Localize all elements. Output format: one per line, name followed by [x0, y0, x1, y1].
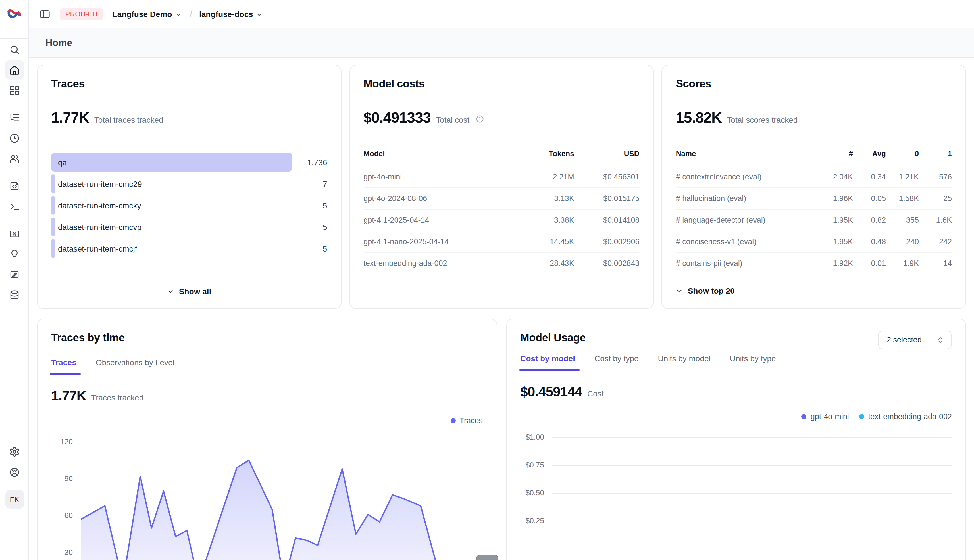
bar-zone: dataset-run-item-cmcky [51, 196, 292, 215]
sidebar-toggle-button[interactable] [38, 7, 52, 21]
org-switcher[interactable]: Langfuse Demo [112, 9, 182, 18]
cell-zero: 240 [886, 237, 919, 246]
sidebar-item-home[interactable] [4, 60, 24, 80]
legend-label: gpt-4o-mini [810, 412, 849, 421]
sidebar-item-settings[interactable] [5, 442, 24, 461]
bar-label: qa [58, 153, 67, 172]
table-row[interactable]: gpt-4.1-nano-2025-04-1414.45K$0.002906 [363, 231, 639, 253]
table-row[interactable]: text-embedding-ada-00228.43K$0.002843 [363, 253, 639, 274]
bar-value: 5 [292, 244, 327, 253]
chevron-down-icon [676, 287, 683, 295]
table-row[interactable]: gpt-4o-2024-08-063.13K$0.015175 [363, 188, 639, 210]
legend-dot [802, 414, 807, 419]
table-row[interactable]: gpt-4o-mini2.21M$0.456301 [363, 167, 639, 188]
trace-bar-row[interactable]: qa1,736 [51, 153, 327, 172]
legend-text-embedding-ada-002: text-embedding-ada-002 [859, 412, 952, 421]
tab-observations-by-level[interactable]: Observations by Level [96, 358, 174, 374]
users-icon [9, 153, 20, 164]
sidebar-item-database[interactable] [4, 285, 24, 304]
trace-bar-row[interactable]: dataset-run-item-cmcvp5 [51, 218, 327, 236]
lightbulb-icon [9, 248, 20, 259]
trace-bar-row[interactable]: dataset-run-item-cmcky5 [51, 196, 327, 215]
bar-fill [51, 174, 55, 193]
langfuse-logo[interactable] [0, 0, 28, 28]
card-title: Traces [51, 78, 327, 90]
model-usage-card: Model Usage 2 selected Cost by model Cos… [506, 318, 966, 560]
scores-rows: # contextrelevance (eval)2.04K0.341.21K5… [676, 167, 952, 274]
project-name: langfuse-docs [199, 9, 253, 18]
tab-units-by-type[interactable]: Units by type [730, 354, 776, 370]
tab-cost-by-model[interactable]: Cost by model [520, 354, 575, 370]
cell-tokens: 3.13K [515, 194, 574, 203]
y-axis-tick: 30 [51, 548, 73, 557]
page-title: Home [45, 37, 72, 48]
trace-bar-row[interactable]: dataset-run-item-cmc297 [51, 174, 327, 193]
cell-usd: $0.015175 [574, 194, 640, 203]
cell-model: gpt-4.1-2025-04-14 [363, 216, 514, 224]
table-row[interactable]: # conciseness-v1 (eval)1.95K0.48240242 [676, 231, 952, 253]
total-cost-label: Total cost [436, 115, 469, 124]
traces-by-time-card: Traces by time Traces Observations by Le… [37, 318, 497, 560]
tab-units-by-model[interactable]: Units by model [658, 354, 711, 370]
panel-left-icon [39, 8, 50, 20]
scores-table: Name # Avg 0 1 # contextrelevance (eval)… [676, 149, 952, 274]
tab-cost-by-type[interactable]: Cost by type [595, 354, 639, 370]
cell-name: # contextrelevance (eval) [676, 173, 820, 181]
card-title: Traces by time [51, 332, 483, 344]
model-select-dropdown[interactable]: 2 selected [878, 330, 952, 349]
user-avatar[interactable]: FK [5, 490, 24, 509]
breadcrumb-separator: / [190, 8, 192, 20]
search-icon [9, 44, 20, 55]
sidebar-item-tracing[interactable] [4, 108, 24, 127]
trace-bar-row[interactable]: dataset-run-item-cmcjf5 [51, 239, 327, 258]
sidebar-item-support[interactable] [5, 462, 24, 482]
cell-count: 2.04K [820, 173, 853, 181]
traces-by-time-tabs: Traces Observations by Level [51, 358, 483, 374]
traces-card: Traces 1.77K Total traces tracked qa1,73… [37, 65, 341, 309]
chevron-down-icon [175, 11, 182, 18]
col-one: 1 [919, 149, 952, 158]
sidebar-item-playground[interactable] [4, 197, 24, 216]
terminal-icon [9, 201, 20, 212]
col-usd: USD [574, 149, 640, 158]
lifebuoy-icon [9, 467, 20, 477]
table-row[interactable]: # language-detector (eval)1.95K0.823551.… [676, 210, 952, 231]
cell-avg: 0.01 [853, 259, 886, 268]
org-name: Langfuse Demo [112, 9, 172, 18]
table-header: Model Tokens USD [363, 149, 639, 167]
table-row[interactable]: # hallucination (eval)1.96K0.051.58K25 [676, 188, 952, 210]
show-all-button[interactable]: Show all [167, 287, 211, 296]
table-row[interactable]: # contextrelevance (eval)2.04K0.341.21K5… [676, 167, 952, 188]
sidebar-item-dashboards[interactable] [4, 81, 24, 100]
sidebar-item-annotation[interactable] [4, 244, 24, 263]
table-row[interactable]: # contains-pii (eval)1.92K0.011.9K14 [676, 253, 952, 274]
cell-usd: $0.456301 [574, 173, 640, 181]
bar-label: dataset-run-item-cmcjf [58, 239, 137, 258]
project-switcher[interactable]: langfuse-docs [199, 9, 263, 18]
topbar: PROD-EU Langfuse Demo / langfuse-docs [29, 0, 974, 28]
sidebar-item-datasets[interactable] [4, 265, 24, 284]
legend-traces: Traces [450, 416, 483, 425]
horizontal-scrollbar-thumb[interactable] [476, 555, 498, 560]
bar-label: dataset-run-item-cmcvp [58, 218, 142, 236]
sidebar-item-evaluation[interactable] [4, 224, 24, 243]
cell-usd: $0.002906 [574, 237, 640, 246]
bar-label: dataset-run-item-cmcky [58, 196, 141, 215]
sidebar-item-users[interactable] [4, 149, 24, 168]
col-name: Name [676, 149, 820, 158]
scores-total: 15.82K [676, 109, 722, 127]
sidebar-item-search[interactable] [4, 40, 24, 59]
cell-name: # hallucination (eval) [676, 194, 820, 203]
info-icon[interactable] [476, 115, 484, 123]
show-top-20-button[interactable]: Show top 20 [676, 286, 735, 295]
bar-zone: dataset-run-item-cmcvp [51, 218, 292, 236]
sidebar-item-sessions[interactable] [4, 128, 24, 148]
sidebar-item-prompts[interactable] [4, 176, 24, 195]
cell-one: 14 [919, 259, 952, 268]
model-costs-rows: gpt-4o-mini2.21M$0.456301gpt-4o-2024-08-… [363, 167, 639, 274]
col-tokens: Tokens [515, 149, 574, 158]
y-axis-tick: $0.50 [520, 488, 544, 497]
model-costs-card: Model costs $0.491333 Total cost Model T… [349, 65, 653, 309]
table-row[interactable]: gpt-4.1-2025-04-143.38K$0.014108 [363, 210, 639, 231]
tab-traces[interactable]: Traces [51, 358, 77, 374]
